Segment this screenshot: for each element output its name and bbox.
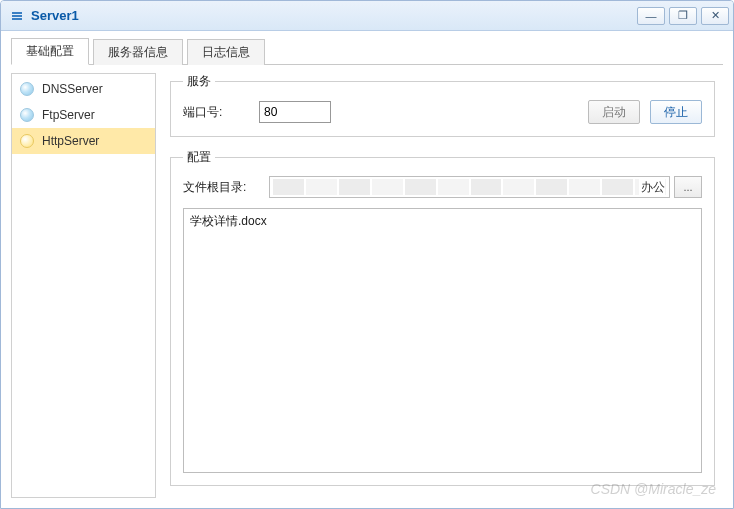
root-dir-tail: 办公 [639, 179, 665, 196]
server-sidebar: DNSServer FtpServer HttpServer [11, 73, 156, 498]
sidebar-item-label: FtpServer [42, 108, 95, 122]
status-dot-icon [20, 82, 34, 96]
sidebar-item-ftpserver[interactable]: FtpServer [12, 102, 155, 128]
config-group: 配置 文件根目录: 办公 ... 学校详情.docx [170, 149, 715, 486]
file-list[interactable]: 学校详情.docx [183, 208, 702, 473]
tab-label: 基础配置 [26, 44, 74, 58]
content-area: 基础配置 服务器信息 日志信息 DNSServer FtpServer Http… [1, 31, 733, 508]
close-button[interactable]: ✕ [701, 7, 729, 25]
browse-button[interactable]: ... [674, 176, 702, 198]
start-button[interactable]: 启动 [588, 100, 640, 124]
tab-server-info[interactable]: 服务器信息 [93, 39, 183, 65]
list-item[interactable]: 学校详情.docx [190, 213, 695, 230]
sidebar-item-label: DNSServer [42, 82, 103, 96]
sidebar-item-label: HttpServer [42, 134, 99, 148]
port-label: 端口号: [183, 104, 259, 121]
tab-bar: 基础配置 服务器信息 日志信息 [11, 39, 723, 65]
file-name: 学校详情.docx [190, 214, 267, 228]
config-legend: 配置 [183, 149, 215, 166]
button-label: 启动 [602, 105, 626, 119]
port-input[interactable] [259, 101, 331, 123]
window-title: Server1 [31, 8, 633, 23]
button-label: 停止 [664, 105, 688, 119]
tab-label: 日志信息 [202, 45, 250, 59]
service-group: 服务 端口号: 启动 停止 [170, 73, 715, 137]
tab-label: 服务器信息 [108, 45, 168, 59]
app-window: Server1 — ❐ ✕ 基础配置 服务器信息 日志信息 DNSServer … [0, 0, 734, 509]
tab-logs[interactable]: 日志信息 [187, 39, 265, 65]
app-icon [9, 8, 25, 24]
maximize-button[interactable]: ❐ [669, 7, 697, 25]
sidebar-item-dnsserver[interactable]: DNSServer [12, 76, 155, 102]
status-dot-icon [20, 134, 34, 148]
titlebar[interactable]: Server1 — ❐ ✕ [1, 1, 733, 31]
redacted-path [272, 179, 667, 195]
service-legend: 服务 [183, 73, 215, 90]
stop-button[interactable]: 停止 [650, 100, 702, 124]
button-label: ... [683, 181, 692, 193]
sidebar-item-httpserver[interactable]: HttpServer [12, 128, 155, 154]
tab-basic-config[interactable]: 基础配置 [11, 38, 89, 65]
root-dir-input[interactable]: 办公 [269, 176, 670, 198]
status-dot-icon [20, 108, 34, 122]
minimize-button[interactable]: — [637, 7, 665, 25]
root-dir-label: 文件根目录: [183, 179, 269, 196]
main-panel: 服务 端口号: 启动 停止 配置 文件根目录: [156, 73, 723, 498]
